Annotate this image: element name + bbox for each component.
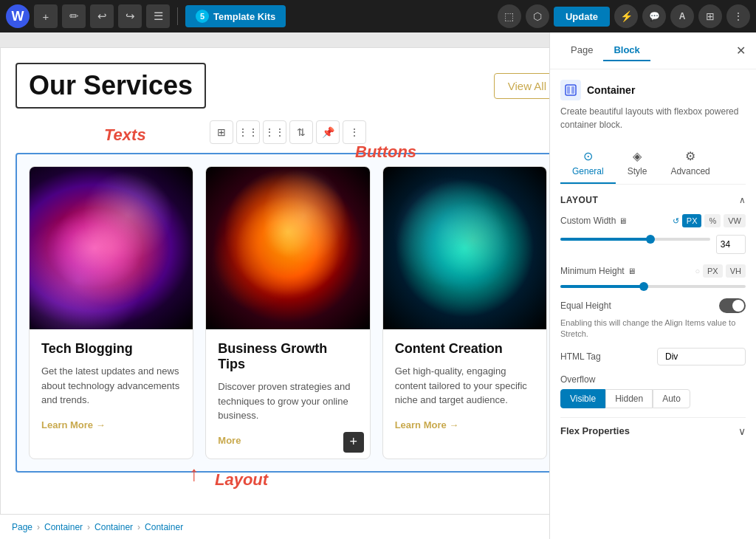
main-layout: Texts Buttons → Layout ↑ Our Services Vi…: [0, 32, 756, 539]
equal-height-desc: Enabling this will change the Align Item…: [560, 317, 746, 340]
layout-toggle-icon: ⊞: [217, 126, 226, 138]
canvas-inner: Texts Buttons → Layout ↑ Our Services Vi…: [0, 47, 549, 527]
custom-width-slider-thumb[interactable]: [646, 235, 655, 244]
card-desc-1: Get the latest updates and news about te…: [41, 364, 181, 408]
up-down-icon: ⇅: [297, 126, 306, 138]
container-svg-icon: [565, 84, 577, 96]
right-panel: Page Block ✕ Container Create beautifu: [549, 32, 756, 539]
breadcrumb-container-3[interactable]: Container: [145, 522, 183, 532]
custom-width-slider-fill: [560, 238, 650, 241]
min-height-slider-row: [560, 285, 746, 288]
arrow-layout-icon: ↑: [189, 462, 199, 486]
min-height-label-text: Minimum Height: [560, 266, 625, 276]
container-info-header: Container: [560, 80, 746, 100]
breadcrumb-sep-3: ›: [137, 522, 140, 532]
breadcrumb-page[interactable]: Page: [12, 522, 32, 532]
annotation-buttons: Buttons: [355, 143, 416, 162]
external-link-button[interactable]: ⬡: [526, 4, 549, 28]
grid-layout-button[interactable]: ⋮⋮: [236, 120, 260, 144]
custom-width-label: Custom Width 🖥: [560, 216, 627, 226]
view-all-label: View All: [508, 80, 546, 92]
lightning-button[interactable]: ⚡: [614, 4, 638, 28]
add-block-button[interactable]: +: [343, 432, 364, 453]
container-icon: [560, 80, 581, 100]
add-block-toolbar-button[interactable]: +: [34, 4, 58, 28]
custom-width-slider-track[interactable]: [560, 238, 710, 241]
chat-icon: 💬: [649, 11, 660, 21]
pin-button[interactable]: 📌: [316, 120, 340, 144]
breadcrumb-container-2[interactable]: Container: [94, 522, 133, 532]
html-tag-select-wrapper: Div Section Article Header Footer: [657, 348, 746, 365]
a-button[interactable]: A: [670, 4, 694, 28]
view-all-button[interactable]: View All: [494, 73, 549, 99]
unit-px-btn[interactable]: PX: [682, 214, 702, 227]
chat-button[interactable]: 💬: [642, 4, 666, 28]
card-body-1: Tech Blogging Get the latest updates and…: [30, 329, 193, 443]
panel-close-button[interactable]: ✕: [736, 44, 746, 58]
breadcrumb-container-1[interactable]: Container: [44, 522, 83, 532]
min-height-slider-thumb[interactable]: [639, 282, 648, 291]
equal-height-row: Equal Height: [560, 298, 746, 313]
flex-props-chevron: ∨: [738, 425, 746, 437]
learn-more-link-2[interactable]: More: [218, 435, 241, 446]
html-tag-select[interactable]: Div Section Article Header Footer: [657, 348, 746, 365]
template-kits-button[interactable]: 5 Template Kits: [185, 5, 286, 27]
min-height-slider-track[interactable]: [560, 285, 746, 288]
up-down-button[interactable]: ⇅: [289, 120, 313, 144]
reorder-icon: ⋮⋮: [264, 126, 285, 138]
breadcrumb-sep-1: ›: [37, 522, 40, 532]
toolbar-right: ⬚ ⬡ Update ⚡ 💬 A ⊞ ⋮: [498, 4, 750, 28]
main-toolbar: W + ✏ ↩ ↪ ☰ 5 Template Kits ⬚ ⬡ Update ⚡…: [0, 0, 756, 32]
layout-chevron[interactable]: ∧: [739, 195, 746, 205]
pin-icon: 📌: [322, 126, 334, 138]
overflow-hidden-btn[interactable]: Hidden: [605, 389, 653, 408]
unit-sync-icon[interactable]: ↺: [673, 216, 679, 226]
cards-container: Tech Blogging Get the latest updates and…: [16, 153, 549, 473]
card-title-2: Business Growth Tips: [218, 341, 357, 372]
menu-icon: ☰: [154, 10, 163, 23]
card-desc-3: Get high-quality, engaging content tailo…: [395, 364, 535, 408]
overflow-auto-btn[interactable]: Auto: [653, 389, 690, 408]
redo-button[interactable]: ↪: [118, 4, 142, 28]
min-height-px-btn[interactable]: PX: [703, 264, 723, 278]
toggle-knob: [732, 300, 744, 312]
view-button[interactable]: ⬚: [498, 4, 521, 28]
overflow-visible-btn[interactable]: Visible: [560, 389, 605, 408]
layout-title: Layout: [560, 195, 598, 205]
panel-header: Page Block ✕: [550, 32, 756, 69]
unit-percent-btn[interactable]: %: [704, 214, 721, 227]
pencil-button[interactable]: ✏: [62, 4, 86, 28]
lightning-icon: ⚡: [620, 10, 633, 22]
general-tab[interactable]: ⊙ General: [560, 143, 616, 184]
card-title-1: Tech Blogging: [41, 341, 181, 357]
unit-vw-btn[interactable]: VW: [724, 214, 746, 227]
annotation-texts: Texts: [104, 126, 146, 145]
equal-height-toggle[interactable]: [719, 298, 746, 313]
wp-logo[interactable]: W: [6, 4, 30, 28]
layout-toggle-button[interactable]: ⊞: [210, 120, 233, 144]
custom-width-input[interactable]: 34: [716, 235, 746, 254]
advanced-tab[interactable]: ⚙ Advanced: [659, 143, 721, 184]
learn-more-link-1[interactable]: Learn More →: [41, 419, 106, 430]
block-tab[interactable]: Block: [603, 40, 650, 61]
card-desc-2: Discover proven strategies and technique…: [218, 380, 357, 423]
overflow-label: Overflow: [560, 374, 746, 385]
menu-button[interactable]: ☰: [146, 4, 170, 28]
grid-button[interactable]: ⊞: [698, 4, 722, 28]
screen-icon: 🖥: [619, 216, 627, 225]
update-button[interactable]: Update: [554, 7, 610, 27]
reorder-button[interactable]: ⋮⋮: [263, 120, 286, 144]
min-height-vh-btn[interactable]: VH: [726, 264, 746, 278]
card-content-creation: Content Creation Get high-quality, engag…: [382, 166, 547, 459]
undo-button[interactable]: ↩: [90, 4, 114, 28]
more-options-button[interactable]: ⋮: [726, 4, 750, 28]
style-label: Style: [628, 166, 647, 176]
page-tab[interactable]: Page: [560, 40, 603, 61]
style-icon: ◈: [633, 149, 642, 163]
min-height-controls: ○ PX VH: [695, 264, 746, 278]
flex-properties-row[interactable]: Flex Properties ∨: [560, 417, 746, 444]
block-more-button[interactable]: ⋮: [343, 120, 366, 144]
learn-more-link-3[interactable]: Learn More →: [395, 419, 459, 430]
redo-icon: ↪: [126, 10, 135, 23]
style-tab[interactable]: ◈ Style: [616, 143, 659, 184]
